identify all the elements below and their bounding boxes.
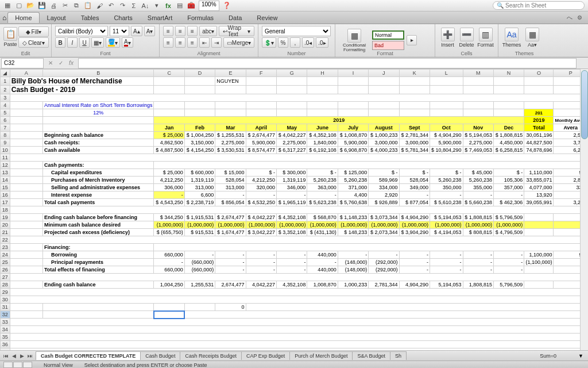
ribbon-collapse[interactable]: へ ⚙ xyxy=(563,14,586,22)
tab-data[interactable]: Data xyxy=(221,12,249,24)
redo-icon[interactable]: ↷ xyxy=(118,2,126,10)
shrink-font[interactable]: A▾ xyxy=(144,26,156,36)
rate-label: Annual Interest Rate on Short Term Borro… xyxy=(43,102,154,109)
group-cells-label: Cells xyxy=(435,51,498,56)
tab-nav-first[interactable]: ⏮ xyxy=(2,353,9,359)
year-header: 2019 xyxy=(154,117,524,124)
tab-nav-prev[interactable]: ◀ xyxy=(10,353,17,359)
sheet-tab[interactable]: Cash Budget xyxy=(140,351,180,360)
theme-colors-button[interactable]: ▦Aa▾ xyxy=(523,26,542,48)
format-painter-icon[interactable]: 🖌 xyxy=(95,2,103,10)
indent-inc[interactable]: ⇥ xyxy=(211,37,222,48)
percent-button[interactable]: % xyxy=(278,37,288,48)
align-left[interactable]: ≡ xyxy=(163,37,173,48)
comma-button[interactable]: , xyxy=(290,37,300,48)
border-button[interactable]: ▦▾ xyxy=(91,37,104,48)
tab-smartart[interactable]: SmartArt xyxy=(140,12,180,24)
sheet-tab[interactable]: S&A Budget xyxy=(352,351,390,360)
toolbox-icon[interactable]: 🧰 xyxy=(187,2,195,10)
inc-decimal[interactable]: .0◂ xyxy=(302,37,314,48)
bold-button[interactable]: B xyxy=(55,37,65,48)
orientation-button[interactable]: abc▾ xyxy=(199,26,217,36)
search-box[interactable]: 🔍 xyxy=(493,1,585,10)
print-icon[interactable]: 🖨 xyxy=(49,2,57,10)
cancel-fx-icon[interactable]: ✕ xyxy=(46,59,55,68)
save-icon[interactable]: 💾 xyxy=(38,2,46,10)
new-icon[interactable]: ▢ xyxy=(15,2,23,10)
sheet-tab[interactable]: Sh xyxy=(390,351,407,360)
copy-icon[interactable]: ⧉ xyxy=(72,2,80,10)
fx-icon[interactable]: fx xyxy=(67,59,76,68)
tab-layout[interactable]: Layout xyxy=(40,12,74,24)
tab-review[interactable]: Review xyxy=(249,12,285,24)
insert-cells-button[interactable]: ➕Insert xyxy=(439,26,457,48)
fill-color-button[interactable]: 🪣▾ xyxy=(106,37,120,48)
align-center[interactable]: ≡ xyxy=(175,37,185,48)
style-normal[interactable]: Normal xyxy=(372,30,404,40)
number-format-select[interactable]: General xyxy=(262,26,331,36)
cut-icon[interactable]: ✂ xyxy=(61,2,69,10)
formula-bar-row: C32 ✕ ✓ fx xyxy=(0,57,588,69)
dec-decimal[interactable]: .0▸ xyxy=(316,37,328,48)
style-bad[interactable]: Bad xyxy=(372,41,404,50)
font-color-button[interactable]: A▾ xyxy=(122,37,133,48)
sort-icon[interactable]: A↓ xyxy=(141,2,149,10)
merge-button[interactable]: ▭ Merge ▾ xyxy=(223,37,254,48)
sheet-tab-active[interactable]: Cash Budget CORRECTED TEMPLATE xyxy=(36,351,141,360)
accept-fx-icon[interactable]: ✓ xyxy=(56,59,65,68)
tab-nav-next[interactable]: ▶ xyxy=(18,353,25,359)
tab-nav-last[interactable]: ⏭ xyxy=(26,353,33,359)
tab-charts[interactable]: Charts xyxy=(106,12,140,24)
grow-font[interactable]: A▴ xyxy=(131,26,142,36)
format-cells-button[interactable]: ▥Format xyxy=(477,26,494,48)
align-bot[interactable]: ≡ xyxy=(187,26,198,36)
view-buttons[interactable] xyxy=(3,362,32,368)
conditional-formatting-button[interactable]: ▦Conditional Formatting xyxy=(339,28,370,52)
fill-button[interactable]: ◆ Fill ▾ xyxy=(18,26,49,37)
show-formulas-icon[interactable]: ▤ xyxy=(176,2,184,10)
wrap-text-button[interactable]: ↩ Wrap Text ▾ xyxy=(219,26,254,36)
align-right[interactable]: ≡ xyxy=(187,37,198,48)
font-size-select[interactable]: 11 xyxy=(110,26,129,36)
excel-icon: ▦ xyxy=(3,2,11,10)
home-icon[interactable]: ⌂ xyxy=(2,14,6,22)
sheet-tab[interactable]: Purch of Merch Budget xyxy=(289,351,353,360)
undo-icon[interactable]: ↶ xyxy=(107,2,115,10)
paste-button[interactable]: 📋Paste xyxy=(3,25,17,48)
align-mid[interactable]: ≡ xyxy=(175,26,185,36)
tab-home[interactable]: Home xyxy=(7,12,39,23)
sheet-tab[interactable]: Cash Receipts Budget xyxy=(180,351,242,360)
align-top[interactable]: ≡ xyxy=(163,26,173,36)
tab-formulas[interactable]: Formulas xyxy=(180,12,221,24)
clear-button[interactable]: ◇ Clear ▾ xyxy=(18,37,49,48)
fx-toolbar-icon[interactable]: fx xyxy=(164,2,172,10)
indent-dec[interactable]: ⇤ xyxy=(199,37,210,48)
zoom-select[interactable]: 100% xyxy=(199,1,219,11)
filter-icon[interactable]: ▾ xyxy=(153,2,161,10)
col-A[interactable]: A xyxy=(10,70,42,77)
open-icon[interactable]: 📂 xyxy=(26,2,34,10)
themes-button[interactable]: AaThemes xyxy=(502,26,521,48)
select-all[interactable]: ◢ xyxy=(1,70,10,77)
vertical-scrollbar[interactable] xyxy=(580,69,588,350)
styles-more[interactable]: ▸ xyxy=(407,35,417,45)
delete-cells-button[interactable]: ➖Delete xyxy=(458,26,475,48)
italic-button[interactable]: I xyxy=(67,37,78,48)
autosum-icon[interactable]: Σ xyxy=(130,2,138,10)
status-view: Normal View xyxy=(44,362,73,368)
author-name: NGUYEN xyxy=(215,77,246,86)
col-B[interactable]: B xyxy=(43,70,154,77)
grid[interactable]: ◢ABCDEFGHIJKLMNOP 1Billy Bob's House of … xyxy=(0,69,588,350)
underline-button[interactable]: U xyxy=(79,37,90,48)
accounting-button[interactable]: 💲▾ xyxy=(262,37,276,48)
worksheet[interactable]: ◢ABCDEFGHIJKLMNOP 1Billy Bob's House of … xyxy=(0,69,588,350)
font-name-select[interactable]: Calibri (Body) xyxy=(55,26,108,36)
name-box[interactable]: C32 xyxy=(1,58,44,68)
active-cell[interactable] xyxy=(154,311,184,319)
paste-icon[interactable]: 📋 xyxy=(84,2,92,10)
search-input[interactable] xyxy=(505,2,581,9)
tab-tables[interactable]: Tables xyxy=(74,12,107,24)
sheet-tab[interactable]: CAP Exp Budget xyxy=(241,351,290,360)
help-icon[interactable]: ❓ xyxy=(223,2,231,10)
formula-bar[interactable] xyxy=(78,58,577,68)
